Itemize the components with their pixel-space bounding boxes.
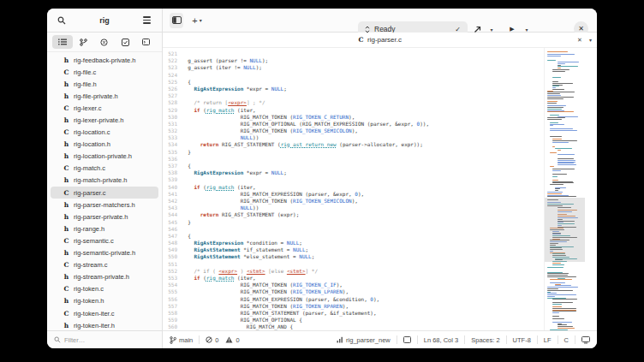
c-file-icon: C bbox=[63, 310, 69, 317]
code-line: 533 NULL)) bbox=[163, 134, 597, 141]
sidebar-header: rig bbox=[47, 9, 163, 33]
minimap-viewport[interactable] bbox=[545, 198, 585, 262]
tab-close-button[interactable]: ✕ bbox=[577, 37, 582, 44]
file-row-rig-location.c[interactable]: Crig-location.c bbox=[51, 127, 158, 139]
minimap-line bbox=[552, 77, 561, 78]
cursor-position[interactable]: Ln 68, Col 3 bbox=[424, 336, 458, 344]
new-tab-button[interactable]: + ▾ bbox=[187, 13, 207, 28]
primary-menu-button[interactable] bbox=[140, 13, 155, 28]
file-name: rig-parser.c bbox=[74, 189, 106, 197]
minimap-line bbox=[552, 174, 567, 175]
minimap-line bbox=[558, 164, 576, 165]
file-row-rig-file.h[interactable]: hrig-file.h bbox=[51, 78, 158, 90]
code-line: 555 RIG_MATCH_TOKEN (RIG_TOKEN_LPAREN), bbox=[163, 288, 597, 295]
sidebar-item-project-tree[interactable] bbox=[52, 35, 73, 49]
language-setting[interactable]: C bbox=[564, 336, 569, 344]
file-row-rig-stream-private.h[interactable]: hrig-stream-private.h bbox=[51, 271, 158, 283]
file-row-rig-parser-private.h[interactable]: hrig-parser-private.h bbox=[51, 211, 158, 223]
toggle-panel-button[interactable] bbox=[170, 13, 183, 28]
header-file-icon: h bbox=[63, 56, 69, 64]
c-file-icon: C bbox=[63, 128, 69, 136]
file-name: rig-location.h bbox=[74, 140, 110, 148]
file-row-rig-location-private.h[interactable]: hrig-location-private.h bbox=[51, 151, 158, 163]
header-file-icon: h bbox=[63, 92, 69, 100]
file-row-rig-token-iter.h[interactable]: hrig-token-iter.h bbox=[51, 319, 158, 330]
display-button[interactable] bbox=[581, 336, 590, 344]
code-editor[interactable]: 521 522 g_assert (parser != NULL);523 g_… bbox=[163, 48, 597, 330]
code-line: 557 RIG_MATCH_TOKEN (RIG_TOKEN_RPAREN), bbox=[163, 303, 597, 310]
file-row-rig-token.h[interactable]: hrig-token.h bbox=[51, 295, 158, 307]
minimap[interactable] bbox=[544, 48, 585, 330]
code-line: 537 { bbox=[163, 163, 597, 169]
file-row-rig-feedback-private.h[interactable]: hrig-feedback-private.h bbox=[51, 54, 158, 66]
terminal-icon bbox=[142, 39, 150, 45]
file-row-rig-lexer-private.h[interactable]: hrig-lexer-private.h bbox=[51, 114, 158, 126]
minimap-line bbox=[547, 294, 576, 295]
minimap-line bbox=[552, 180, 558, 181]
tab-rig-parser[interactable]: rig-parser.c bbox=[367, 36, 402, 44]
file-row-rig-parser-matchers.h[interactable]: hrig-parser-matchers.h bbox=[51, 199, 158, 211]
branch-button[interactable]: main bbox=[170, 336, 193, 344]
branch-icon bbox=[80, 39, 87, 46]
code-line: 554 RIG_MATCH_TOKEN (RIG_TOKEN_C_IF), bbox=[163, 282, 597, 288]
file-row-rig-parser.c[interactable]: Crig-parser.c bbox=[51, 187, 158, 199]
file-row-rig-match.c[interactable]: Crig-match.c bbox=[51, 163, 158, 175]
sidebar-item-terminal[interactable] bbox=[136, 35, 157, 49]
line-ending-setting[interactable]: LF bbox=[544, 336, 552, 344]
diagnostics-button[interactable]: 0 0 bbox=[206, 336, 239, 344]
tab-menu-button[interactable]: ▾ bbox=[589, 37, 592, 43]
code-line: 545 } bbox=[163, 219, 597, 226]
code-line: 528 /* return [<expr>] ; */ bbox=[163, 99, 597, 106]
header-file-icon: h bbox=[63, 273, 69, 281]
file-row-rig-semantic.c[interactable]: Crig-semantic.c bbox=[51, 234, 158, 246]
code-line: 529 if (rig_match (iter, bbox=[163, 107, 597, 114]
minimap-line bbox=[547, 98, 564, 99]
file-row-rig-location.h[interactable]: hrig-location.h bbox=[51, 139, 158, 151]
minimap-line bbox=[547, 56, 561, 56]
file-row-rig-token-iter.c[interactable]: Crig-token-iter.c bbox=[51, 307, 158, 319]
file-name: rig-semantic-private.h bbox=[74, 249, 135, 257]
file-row-rig-file.c[interactable]: Crig-file.c bbox=[51, 66, 158, 78]
search-button[interactable] bbox=[54, 13, 69, 28]
file-row-rig-stream.c[interactable]: Crig-stream.c bbox=[51, 259, 158, 271]
indent-setting[interactable]: Spaces: 2 bbox=[471, 336, 499, 344]
file-name: rig-token.c bbox=[74, 285, 104, 293]
code-line: 549 RigAstStatement *if_statement = NULL… bbox=[163, 246, 597, 253]
code-line: 532 RIG_MATCH_TOKEN (RIG_TOKEN_SEMICOLON… bbox=[163, 128, 597, 134]
header-file-icon: h bbox=[63, 140, 69, 148]
minimap-line bbox=[552, 263, 561, 264]
file-row-rig-semantic-private.h[interactable]: hrig-semantic-private.h bbox=[51, 247, 158, 259]
code-line: 544 return RIG_AST_STATEMENT (expr); bbox=[163, 211, 597, 218]
filter-input[interactable]: Filter… bbox=[64, 336, 85, 344]
file-name: rig-lexer-private.h bbox=[74, 116, 123, 124]
minimap-line bbox=[552, 308, 576, 309]
file-row-rig-range.h[interactable]: hrig-range.h bbox=[51, 223, 158, 234]
code-line: 540 if (rig_match (iter, bbox=[163, 184, 597, 191]
code-line: 550 RigAstStatement *else_statement = NU… bbox=[163, 253, 597, 260]
symbol-button[interactable]: rig_parser_new bbox=[337, 336, 391, 344]
code-line: 546 bbox=[163, 226, 597, 233]
minimap-line bbox=[547, 288, 558, 289]
c-file-icon: C bbox=[63, 68, 69, 76]
minimap-line bbox=[552, 264, 564, 265]
sidebar-item-diagnostics[interactable] bbox=[94, 35, 115, 49]
warning-icon bbox=[225, 336, 233, 343]
file-row-rig-file-private.h[interactable]: hrig-file-private.h bbox=[51, 90, 158, 102]
builder-window: rig + ▾ Ready ✓ bbox=[47, 9, 597, 348]
minimap-line bbox=[550, 282, 565, 283]
encoding-setting[interactable]: UTF-8 bbox=[513, 336, 531, 344]
file-row-rig-token.c[interactable]: Crig-token.c bbox=[51, 283, 158, 295]
file-name: rig-parser-private.h bbox=[74, 213, 128, 221]
sidebar-item-symbols[interactable] bbox=[74, 35, 94, 49]
filter-bar[interactable]: Filter… bbox=[47, 330, 163, 348]
file-row-rig-match-private.h[interactable]: hrig-match-private.h bbox=[51, 175, 158, 187]
c-file-icon: C bbox=[63, 261, 69, 269]
layout-button[interactable] bbox=[403, 336, 411, 343]
minimap-line bbox=[558, 150, 561, 151]
signal-bars-icon bbox=[337, 336, 343, 343]
error-icon bbox=[206, 336, 212, 343]
c-file-icon: C bbox=[63, 104, 69, 112]
sidebar-item-tests[interactable] bbox=[115, 35, 135, 49]
file-row-rig-lexer.c[interactable]: Crig-lexer.c bbox=[51, 102, 158, 114]
file-name: rig-stream-private.h bbox=[74, 273, 129, 281]
